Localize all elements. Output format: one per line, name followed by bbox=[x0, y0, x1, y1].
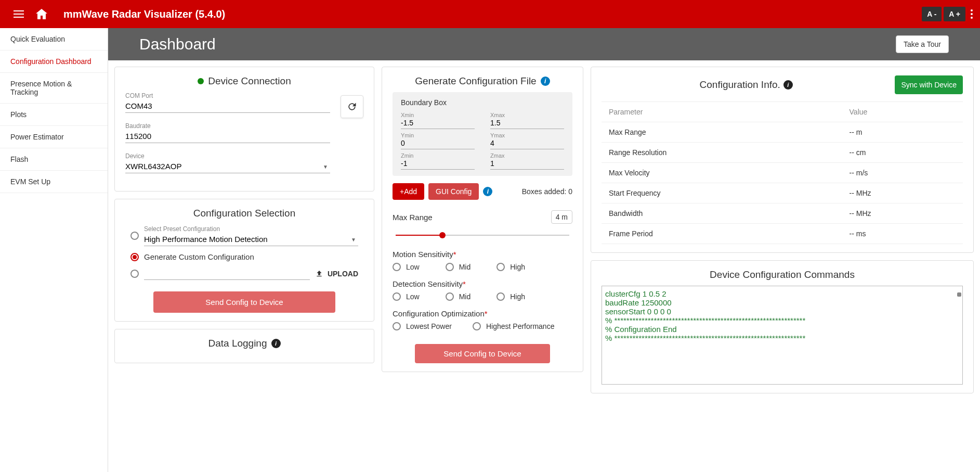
max-range-label: Max Range bbox=[393, 213, 551, 222]
config-selection-title: Configuration Selection bbox=[125, 208, 363, 219]
config-optimization-label: Configuration Optimization bbox=[393, 309, 485, 318]
sidebar-item-quick-evaluation[interactable]: Quick Evaluation bbox=[0, 28, 108, 50]
device-connection-card: Device Connection COM Port Baudrate bbox=[114, 67, 374, 192]
connection-status-dot bbox=[198, 78, 204, 84]
max-range-slider[interactable] bbox=[396, 231, 569, 239]
zmin-input[interactable] bbox=[401, 159, 475, 170]
device-label: Device bbox=[125, 152, 330, 160]
table-row: Bandwidth-- MHz bbox=[602, 203, 963, 224]
boxes-added-label: Boxes added: 0 bbox=[522, 187, 572, 196]
font-increase-button[interactable]: A + bbox=[944, 7, 965, 21]
table-row: Max Range-- m bbox=[602, 122, 963, 143]
take-tour-button[interactable]: Take a Tour bbox=[896, 35, 949, 53]
xmin-input[interactable] bbox=[401, 118, 475, 129]
sync-with-device-button[interactable]: Sync with Device bbox=[895, 75, 963, 94]
lowest-power-radio[interactable] bbox=[393, 322, 401, 330]
motion-high-radio[interactable] bbox=[496, 263, 505, 271]
sidebar-item-plots[interactable]: Plots bbox=[0, 104, 108, 126]
table-row: Max Velocity-- m/s bbox=[602, 163, 963, 183]
motion-low-radio[interactable] bbox=[393, 263, 401, 271]
custom-config-radio[interactable] bbox=[130, 253, 139, 261]
page-title: Dashboard bbox=[139, 35, 216, 53]
generate-config-title: Generate Configuration File bbox=[415, 75, 536, 87]
svg-point-1 bbox=[971, 13, 973, 15]
upload-icon bbox=[315, 270, 323, 278]
detection-sensitivity-label: Detection Sensitivity bbox=[393, 279, 463, 288]
highest-performance-radio[interactable] bbox=[473, 322, 481, 330]
zmax-label: Zmax bbox=[490, 152, 564, 159]
info-icon[interactable]: i bbox=[783, 80, 793, 90]
com-port-input[interactable] bbox=[125, 100, 330, 113]
device-select[interactable] bbox=[125, 161, 330, 173]
data-logging-title: Data Logging bbox=[208, 338, 267, 349]
data-logging-card: Data Logging i bbox=[114, 329, 374, 363]
sidebar-item-power-estimator[interactable]: Power Estimator bbox=[0, 126, 108, 148]
sidebar-item-presence-motion-tracking[interactable]: Presence Motion & Tracking bbox=[0, 73, 108, 104]
refresh-button[interactable] bbox=[341, 95, 363, 118]
send-config-button-middle[interactable]: Send Config to Device bbox=[415, 344, 550, 363]
config-info-title: Configuration Info. bbox=[700, 79, 780, 91]
scrollbar-thumb[interactable] bbox=[957, 292, 961, 297]
ymin-input[interactable] bbox=[401, 138, 475, 149]
xmin-label: Xmin bbox=[401, 112, 475, 118]
app-header: mmWave Radar Visualizer (5.4.0) A - A + bbox=[0, 0, 980, 28]
config-info-table: Parameter Value Max Range-- mRange Resol… bbox=[602, 101, 963, 244]
ymin-label: Ymin bbox=[401, 132, 475, 138]
param-header: Parameter bbox=[602, 102, 842, 122]
generate-config-card: Generate Configuration File i Boundary B… bbox=[382, 67, 583, 372]
info-icon[interactable]: i bbox=[483, 187, 492, 196]
custom-config-label: Generate Custom Configuration bbox=[144, 252, 254, 261]
table-row: Start Frequency-- MHz bbox=[602, 183, 963, 203]
value-header: Value bbox=[842, 102, 963, 122]
xmax-label: Xmax bbox=[490, 112, 564, 118]
device-config-commands-title: Device Configuration Commands bbox=[602, 269, 963, 280]
ymax-input[interactable] bbox=[490, 138, 564, 149]
upload-radio[interactable] bbox=[130, 270, 139, 278]
sidebar-item-flash[interactable]: Flash bbox=[0, 148, 108, 171]
device-config-commands-card: Device Configuration Commands clusterCfg… bbox=[591, 260, 974, 393]
device-connection-title: Device Connection bbox=[208, 75, 291, 87]
info-icon[interactable]: i bbox=[541, 76, 550, 86]
sidebar-item-configuration-dashboard[interactable]: Configuration Dashboard bbox=[0, 50, 108, 73]
kebab-menu-icon[interactable] bbox=[971, 9, 973, 19]
preset-label: Select Preset Configuration bbox=[144, 225, 358, 233]
home-icon[interactable] bbox=[35, 8, 48, 20]
zmin-label: Zmin bbox=[401, 152, 475, 159]
svg-point-2 bbox=[971, 17, 973, 19]
table-row: Frame Period-- ms bbox=[602, 224, 963, 244]
max-range-value: 4 m bbox=[551, 210, 572, 224]
preset-select[interactable] bbox=[144, 234, 358, 246]
add-box-button[interactable]: +Add bbox=[393, 183, 424, 200]
menu-icon[interactable] bbox=[12, 8, 25, 20]
detection-mid-radio[interactable] bbox=[446, 292, 454, 301]
ymax-label: Ymax bbox=[490, 132, 564, 138]
boundary-box-section: Boundary Box Xmin Xmax Ymin Ymax Zmin Zm… bbox=[393, 92, 572, 176]
motion-sensitivity-label: Motion Sensitivity bbox=[393, 250, 453, 259]
app-title: mmWave Radar Visualizer (5.4.0) bbox=[63, 8, 225, 20]
table-row: Range Resolution-- cm bbox=[602, 143, 963, 163]
send-config-button-left[interactable]: Send Config to Device bbox=[153, 291, 335, 313]
zmax-input[interactable] bbox=[490, 159, 564, 170]
commands-output[interactable]: clusterCfg 1 0.5 2 baudRate 1250000 sens… bbox=[602, 286, 963, 385]
sidebar-item-evm-setup[interactable]: EVM Set Up bbox=[0, 171, 108, 193]
svg-point-0 bbox=[971, 9, 973, 11]
baudrate-input[interactable] bbox=[125, 131, 330, 143]
com-port-label: COM Port bbox=[125, 92, 330, 99]
motion-mid-radio[interactable] bbox=[446, 263, 454, 271]
upload-button[interactable]: UPLOAD bbox=[315, 270, 358, 278]
font-decrease-button[interactable]: A - bbox=[922, 7, 942, 21]
boundary-box-title: Boundary Box bbox=[401, 98, 564, 107]
info-icon[interactable]: i bbox=[271, 339, 281, 348]
detection-high-radio[interactable] bbox=[496, 292, 505, 301]
xmax-input[interactable] bbox=[490, 118, 564, 129]
dashboard-header: Dashboard Take a Tour bbox=[108, 28, 980, 60]
upload-file-input[interactable] bbox=[144, 267, 310, 280]
gui-config-button[interactable]: GUI Config bbox=[428, 183, 479, 200]
baudrate-label: Baudrate bbox=[125, 122, 330, 130]
config-info-card: Configuration Info. i Sync with Device P… bbox=[591, 67, 974, 253]
detection-low-radio[interactable] bbox=[393, 292, 401, 301]
sidebar: Quick Evaluation Configuration Dashboard… bbox=[0, 28, 108, 472]
preset-radio[interactable] bbox=[130, 232, 139, 240]
config-selection-card: Configuration Selection Select Preset Co… bbox=[114, 199, 374, 322]
refresh-icon bbox=[347, 101, 357, 112]
